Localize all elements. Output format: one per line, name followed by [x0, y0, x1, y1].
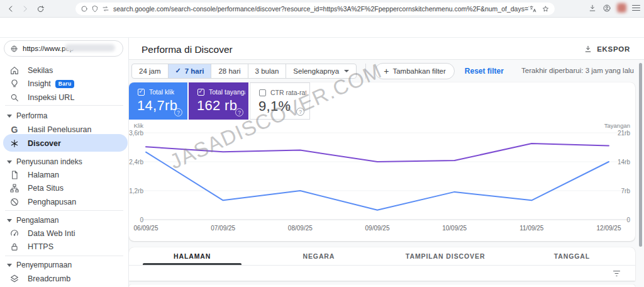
browser-reload-button[interactable] [35, 3, 46, 14]
browser-address-bar[interactable]: search.google.com/search-console/perform… [75, 3, 555, 15]
sidebar-group-label: Penyempurnaan [16, 261, 72, 269]
discover-asterisk-icon [9, 138, 19, 149]
dimensions-table-card: HALAMAN NEGARA TAMPILAN DISCOVER TANGGAL [129, 247, 635, 281]
help-icon[interactable]: ? [174, 108, 182, 116]
range-3-bulan[interactable]: 3 bulan [248, 64, 287, 78]
page-header: Performa di Discover EKSPOR [129, 38, 644, 60]
svg-text:0: 0 [140, 217, 143, 223]
sidebar-item-halaman[interactable]: Halaman [0, 168, 128, 182]
sidebar-item-label: Hasil Penelusuran [28, 125, 91, 134]
help-icon[interactable]: ? [296, 108, 304, 116]
lightbulb-icon [9, 79, 19, 89]
svg-text:1,2rb: 1,2rb [129, 188, 143, 194]
performance-chart[interactable]: KlikTayangan3,6rb2,4rb1,2rb021rb14rb7rb0… [129, 123, 635, 239]
browser-back-button[interactable] [5, 3, 16, 14]
metric-label: CTR rata-rata [270, 89, 306, 96]
add-filter-button[interactable]: + Tambahkan filter [375, 63, 455, 79]
home-icon [9, 65, 19, 76]
metric-label: Total klik [149, 88, 174, 96]
search-icon [9, 93, 19, 103]
tab-negara[interactable]: NEGARA [255, 247, 382, 265]
sidebar-item-inspeksi-url[interactable]: Inspeksi URL [0, 91, 128, 104]
reset-filter-link[interactable]: Reset filter [465, 67, 504, 76]
svg-text:7rb: 7rb [621, 188, 631, 194]
svg-text:2,4rb: 2,4rb [129, 159, 143, 166]
range-24-jam[interactable]: 24 jam [132, 64, 169, 78]
breadcrumb-icon [9, 274, 19, 284]
sidebar-group-pengalaman[interactable]: Pengalaman [0, 213, 128, 227]
site-info-icon[interactable] [80, 5, 88, 13]
sidebar-item-label: Sekilas [28, 66, 53, 75]
checkbox-icon[interactable] [259, 89, 266, 96]
browser-profile-icon[interactable] [602, 4, 611, 13]
sidebar-item-insight[interactable]: Insight Baru [0, 77, 128, 91]
tab-halaman[interactable]: HALAMAN [129, 247, 255, 265]
svg-text:12/09/25: 12/09/25 [597, 225, 621, 232]
svg-text:3,6rb: 3,6rb [129, 130, 143, 137]
export-button[interactable]: EKSPOR [580, 42, 634, 56]
tab-tampilan-discover[interactable]: TAMPILAN DISCOVER [382, 247, 509, 265]
browser-forward-button[interactable] [19, 3, 31, 14]
performance-chart-card: Total klik 14,7rb ? Total tayangan ikl..… [129, 82, 635, 241]
svg-text:09/09/25: 09/09/25 [365, 225, 390, 232]
swap-icon[interactable] [102, 5, 109, 13]
metric-card-ctr[interactable]: CTR rata-rata 9,1% ? [250, 82, 310, 120]
sidebar-item-breadcrumb[interactable]: Breadcrumb [0, 272, 128, 286]
sitemap-icon [9, 183, 19, 193]
translate-icon[interactable] [529, 5, 537, 13]
divider [5, 105, 123, 106]
range-28-hari[interactable]: 28 hari [211, 64, 248, 78]
extension-icon[interactable] [617, 3, 626, 13]
bookmark-star-icon[interactable] [541, 5, 550, 13]
sidebar-item-peta-situs[interactable]: Peta Situs [0, 181, 128, 195]
svg-text:Tayangan: Tayangan [604, 123, 630, 129]
chevron-down-icon [7, 115, 12, 118]
sidebar-group-label: Pengalaman [16, 216, 58, 225]
download-icon[interactable] [588, 4, 597, 13]
svg-text:11/09/25: 11/09/25 [519, 225, 544, 232]
sidebar-item-discover[interactable]: Discover [0, 137, 128, 150]
metric-value: 9,1% [258, 98, 291, 115]
sidebar-group-penyempurnaan[interactable]: Penyempurnaan [0, 258, 128, 272]
browser-menu-icon[interactable] [632, 3, 640, 12]
page-title: Performa di Discover [142, 44, 233, 55]
chevron-down-icon [7, 264, 12, 267]
sidebar-item-label: HTTPS [28, 242, 53, 251]
metric-label: Total tayangan ikl... [209, 88, 245, 96]
new-badge: Baru [55, 80, 75, 88]
tab-tanggal[interactable]: TANGGAL [509, 247, 635, 265]
sidebar-item-label: Discover [28, 139, 61, 148]
svg-text:14rb: 14rb [618, 159, 630, 166]
property-redacted-text [65, 44, 115, 52]
chevron-down-icon [344, 70, 349, 72]
metric-card-total-klik[interactable]: Total klik 14,7rb ? [129, 82, 187, 120]
date-range-segmented-control: 24 jam 7 hari 28 hari 3 bulan Selengkapn… [131, 64, 357, 79]
help-icon[interactable]: ? [235, 108, 243, 116]
sidebar-group-label: Penyusunan indeks [16, 157, 82, 166]
shield-icon[interactable] [91, 5, 99, 13]
range-selengkapnya[interactable]: Selengkapnya [286, 64, 356, 78]
table-toolbar [129, 266, 635, 281]
checkbox-icon[interactable] [197, 89, 204, 96]
sidebar-item-sekilas[interactable]: Sekilas [0, 64, 128, 77]
divider [5, 256, 123, 256]
scrollbar-thumb[interactable] [639, 63, 642, 247]
sidebar-item-data-web-inti[interactable]: Data Web Inti [0, 227, 128, 240]
url-text: search.google.com/search-console/perform… [113, 5, 529, 13]
chevron-down-icon [7, 160, 12, 164]
table-filter-icon[interactable] [612, 269, 621, 278]
checkbox-icon[interactable] [138, 89, 145, 96]
sidebar-item-https[interactable]: HTTPS [0, 240, 128, 254]
range-7-hari[interactable]: 7 hari [169, 64, 212, 78]
removals-icon [9, 197, 19, 207]
sidebar-item-label: Peta Situs [28, 184, 64, 193]
metric-card-total-tayangan[interactable]: Total tayangan ikl... 162 rb ? [189, 82, 248, 120]
speedometer-icon [9, 228, 19, 239]
sidebar-group-penyusunan-indeks[interactable]: Penyusunan indeks [0, 155, 128, 169]
browser-toolbar: search.google.com/search-console/perform… [0, 0, 644, 18]
sidebar-group-performa[interactable]: Performa [0, 109, 128, 123]
metric-value: 14,7rb [137, 98, 177, 114]
sidebar-item-penghapusan[interactable]: Penghapusan [0, 195, 128, 209]
sidebar-item-label: Penghapusan [28, 198, 76, 206]
sidebar-item-label: Data Web Inti [28, 229, 75, 238]
